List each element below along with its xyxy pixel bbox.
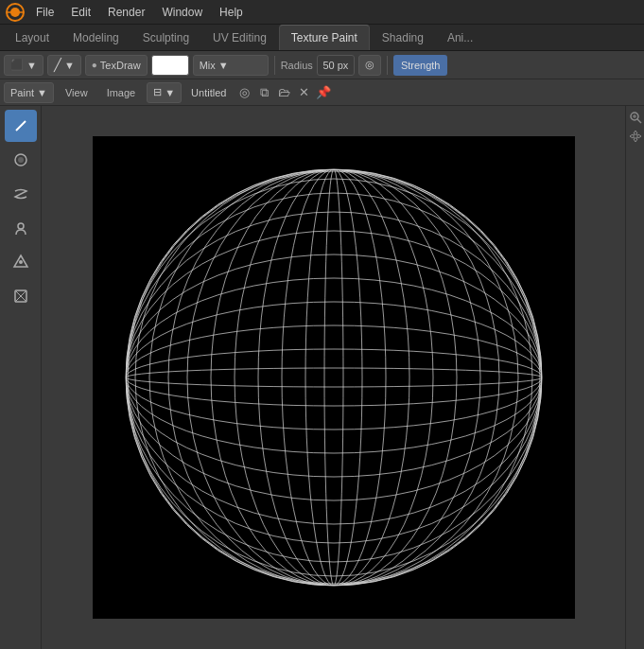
tab-shading[interactable]: Shading: [371, 25, 435, 50]
tool-fill[interactable]: [5, 246, 37, 278]
tab-uv-editing[interactable]: UV Editing: [201, 25, 278, 50]
blend-mode-arrow: ▼: [218, 60, 229, 71]
tool-draw[interactable]: [5, 110, 37, 142]
paint-arrow: ▼: [37, 87, 47, 98]
image-shield-icon[interactable]: ◎: [235, 84, 252, 101]
menu-edit[interactable]: Edit: [63, 4, 98, 21]
brush-stroke-arrow: ▼: [64, 60, 75, 71]
secondary-toolbar: Paint ▼ View Image ⊟ ▼ Untitled ◎ ⧉ 🗁 ✕ …: [0, 79, 644, 106]
mode-icon: ⬛: [10, 59, 24, 71]
strength-btn[interactable]: Strength: [393, 55, 448, 76]
image-pin-icon[interactable]: 📌: [315, 84, 332, 101]
sep2: [387, 56, 388, 75]
image-menu-btn[interactable]: Image: [99, 85, 144, 100]
mode-arrow: ▼: [26, 60, 37, 71]
tab-texture-paint[interactable]: Texture Paint: [279, 25, 370, 50]
menu-help[interactable]: Help: [212, 4, 251, 21]
svg-point-9: [19, 260, 23, 264]
menu-render[interactable]: Render: [100, 4, 152, 21]
blend-mode-label: Mix: [200, 60, 216, 71]
tool-clone[interactable]: [5, 212, 37, 244]
image-folder-icon[interactable]: 🗁: [275, 84, 292, 101]
tab-modeling[interactable]: Modeling: [61, 25, 131, 50]
main-area: [0, 106, 644, 649]
tab-sculpting[interactable]: Sculpting: [131, 25, 200, 50]
image-close-icon[interactable]: ✕: [295, 84, 312, 101]
left-toolbox: [0, 106, 42, 649]
brush-stroke-icon: ╱: [54, 58, 61, 72]
image-action-icons: ◎ ⧉ 🗁 ✕ 📌: [235, 84, 332, 101]
zoom-icon[interactable]: [628, 110, 643, 125]
foreground-color-swatch[interactable]: [151, 55, 189, 76]
paint-menu-btn[interactable]: Paint ▼: [4, 82, 54, 103]
menu-window[interactable]: Window: [154, 4, 210, 21]
blend-mode-dropdown[interactable]: Mix ▼: [193, 55, 269, 76]
workspace-tabs: Layout Modeling Sculpting UV Editing Tex…: [0, 25, 644, 51]
header-toolbar: ⬛ ▼ ╱ ▼ ● TexDraw Mix ▼ Radius ◎ Strengt…: [0, 51, 644, 79]
pan-icon[interactable]: [628, 129, 643, 144]
app-logo: [4, 1, 26, 24]
svg-point-6: [18, 157, 24, 163]
radius-label: Radius: [281, 60, 313, 71]
canvas-type-btn[interactable]: ⊟ ▼: [147, 82, 182, 103]
image-canvas: [93, 136, 575, 619]
tab-layout[interactable]: Layout: [4, 25, 61, 50]
brush-select-btn[interactable]: ● TexDraw: [85, 55, 148, 76]
strength-label: Strength: [401, 60, 441, 71]
tool-soften[interactable]: [5, 144, 37, 176]
menu-bar: File Edit Render Window Help: [0, 0, 644, 25]
pressure-icon: ◎: [365, 59, 374, 71]
right-panel: [625, 106, 644, 649]
image-copy-icon[interactable]: ⧉: [255, 84, 272, 101]
view-menu-btn[interactable]: View: [58, 85, 96, 100]
paint-label: Paint: [10, 87, 34, 98]
sep1: [274, 56, 275, 75]
brush-type-btn[interactable]: ╱ ▼: [47, 55, 81, 76]
svg-point-7: [18, 223, 24, 229]
sphere-wireframe: [97, 141, 570, 614]
brush-dot-icon: ●: [92, 60, 97, 70]
canvas-area: [42, 106, 625, 649]
tool-smear[interactable]: [5, 178, 37, 210]
menu-file[interactable]: File: [28, 4, 61, 21]
svg-line-39: [637, 119, 641, 123]
canvas-type-icon: ⊟: [153, 86, 162, 98]
tab-animation[interactable]: Ani...: [436, 25, 484, 50]
radius-input[interactable]: [317, 55, 355, 76]
mode-dropdown[interactable]: ⬛ ▼: [4, 55, 44, 76]
canvas-type-arrow: ▼: [165, 87, 175, 98]
radius-pressure-btn[interactable]: ◎: [358, 55, 381, 76]
brush-name: TexDraw: [100, 60, 141, 71]
image-title: Untitled: [185, 85, 232, 100]
tool-mask[interactable]: [5, 280, 37, 312]
